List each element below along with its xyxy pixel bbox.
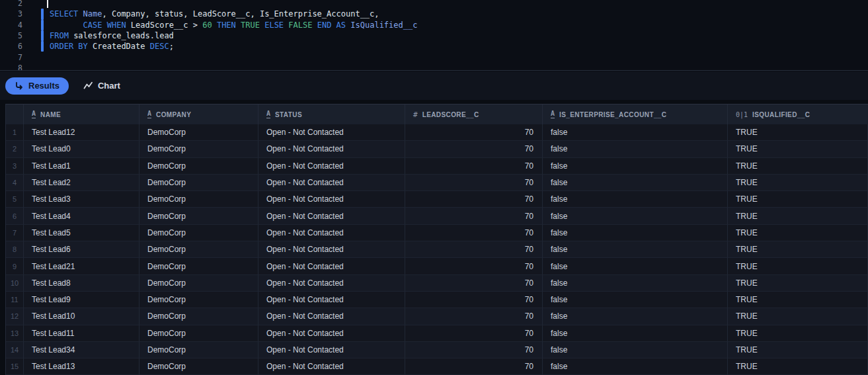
row-number-cell[interactable]: 1: [6, 124, 24, 141]
table-cell[interactable]: 70: [405, 241, 543, 258]
editor-line[interactable]: 3SELECT Name, Company, status, LeadScore…: [0, 9, 868, 19]
table-cell[interactable]: Open - Not Contacted: [258, 358, 405, 375]
table-cell[interactable]: DemoCorp: [139, 275, 258, 292]
table-cell[interactable]: Test Lead11: [24, 325, 139, 342]
table-cell[interactable]: Open - Not Contacted: [258, 141, 405, 157]
table-cell[interactable]: Open - Not Contacted: [258, 275, 405, 292]
column-header-company[interactable]: ACOMPANY: [139, 104, 258, 124]
row-number-cell[interactable]: 14: [6, 342, 24, 358]
table-cell[interactable]: Open - Not Contacted: [258, 258, 405, 274]
table-cell[interactable]: DemoCorp: [139, 141, 258, 157]
row-number-cell[interactable]: 5: [6, 191, 24, 208]
table-cell[interactable]: TRUE: [728, 158, 868, 175]
table-cell[interactable]: TRUE: [728, 292, 868, 308]
table-cell[interactable]: false: [543, 275, 728, 292]
table-cell[interactable]: Open - Not Contacted: [258, 175, 405, 191]
row-number-cell[interactable]: 11: [6, 292, 24, 308]
editor-line[interactable]: 6ORDER BY CreatedDate DESC;: [0, 41, 868, 52]
table-cell[interactable]: Test Lead13: [24, 358, 139, 375]
tab-chart[interactable]: Chart: [83, 81, 120, 91]
row-number-cell[interactable]: 10: [6, 275, 24, 292]
table-cell[interactable]: Test Lead1: [24, 158, 139, 175]
table-cell[interactable]: 70: [405, 208, 543, 224]
table-cell[interactable]: Test Lead5: [24, 225, 139, 241]
editor-line[interactable]: 8: [0, 63, 868, 71]
table-cell[interactable]: false: [543, 358, 728, 375]
column-header-name[interactable]: ANAME: [24, 104, 139, 124]
table-cell[interactable]: false: [543, 225, 728, 241]
table-cell[interactable]: Test Lead2: [24, 175, 139, 191]
table-cell[interactable]: DemoCorp: [139, 225, 258, 241]
table-cell[interactable]: 70: [405, 191, 543, 208]
table-cell[interactable]: Test Lead6: [24, 241, 139, 258]
table-cell[interactable]: TRUE: [728, 175, 868, 191]
row-number-cell[interactable]: 3: [6, 158, 24, 175]
table-cell[interactable]: Open - Not Contacted: [258, 325, 405, 342]
row-number-cell[interactable]: 12: [6, 308, 24, 325]
table-cell[interactable]: Test Lead10: [24, 308, 139, 325]
table-cell[interactable]: DemoCorp: [139, 208, 258, 224]
table-cell[interactable]: TRUE: [728, 258, 868, 274]
table-cell[interactable]: DemoCorp: [139, 342, 258, 358]
table-cell[interactable]: TRUE: [728, 275, 868, 292]
table-cell[interactable]: TRUE: [728, 325, 868, 342]
editor-line[interactable]: 4 CASE WHEN LeadScore__c > 60 THEN TRUE …: [0, 20, 868, 30]
table-cell[interactable]: Open - Not Contacted: [258, 191, 405, 208]
table-cell[interactable]: 70: [405, 292, 543, 308]
table-cell[interactable]: 70: [405, 225, 543, 241]
row-number-cell[interactable]: 7: [6, 225, 24, 241]
table-cell[interactable]: Test Lead8: [24, 275, 139, 292]
table-cell[interactable]: TRUE: [728, 124, 868, 141]
table-cell[interactable]: DemoCorp: [139, 191, 258, 208]
table-cell[interactable]: TRUE: [728, 342, 868, 358]
table-cell[interactable]: false: [543, 292, 728, 308]
table-cell[interactable]: 70: [405, 141, 543, 157]
row-number-cell[interactable]: 8: [6, 241, 24, 258]
row-number-cell[interactable]: 2: [6, 141, 24, 157]
column-header-leadscore__c[interactable]: #LEADSCORE__C: [405, 104, 543, 124]
table-cell[interactable]: TRUE: [728, 225, 868, 241]
table-cell[interactable]: TRUE: [728, 191, 868, 208]
table-cell[interactable]: false: [543, 191, 728, 208]
table-cell[interactable]: Open - Not Contacted: [258, 124, 405, 141]
row-number-cell[interactable]: 9: [6, 258, 24, 274]
table-cell[interactable]: 70: [405, 175, 543, 191]
table-cell[interactable]: Open - Not Contacted: [258, 241, 405, 258]
table-cell[interactable]: DemoCorp: [139, 258, 258, 274]
table-cell[interactable]: Test Lead4: [24, 208, 139, 224]
table-cell[interactable]: TRUE: [728, 358, 868, 375]
table-cell[interactable]: false: [543, 208, 728, 224]
editor-line[interactable]: 5FROM salesforce_leads.lead: [0, 30, 868, 41]
table-cell[interactable]: 70: [405, 158, 543, 175]
row-number-cell[interactable]: 4: [6, 175, 24, 191]
table-cell[interactable]: false: [543, 258, 728, 274]
table-cell[interactable]: 70: [405, 342, 543, 358]
table-cell[interactable]: Test Lead3: [24, 191, 139, 208]
table-cell[interactable]: DemoCorp: [139, 175, 258, 191]
table-cell[interactable]: false: [543, 241, 728, 258]
table-cell[interactable]: false: [543, 141, 728, 157]
editor-line[interactable]: 2: [0, 0, 868, 9]
row-number-cell[interactable]: 13: [6, 325, 24, 342]
table-cell[interactable]: 70: [405, 325, 543, 342]
table-cell[interactable]: Test Lead21: [24, 258, 139, 274]
table-cell[interactable]: Test Lead12: [24, 124, 139, 141]
table-cell[interactable]: false: [543, 308, 728, 325]
row-number-cell[interactable]: 15: [6, 358, 24, 375]
table-cell[interactable]: 70: [405, 275, 543, 292]
table-cell[interactable]: false: [543, 325, 728, 342]
table-cell[interactable]: TRUE: [728, 308, 868, 325]
table-cell[interactable]: DemoCorp: [139, 241, 258, 258]
table-cell[interactable]: DemoCorp: [139, 325, 258, 342]
table-cell[interactable]: DemoCorp: [139, 358, 258, 375]
table-cell[interactable]: Test Lead34: [24, 342, 139, 358]
table-cell[interactable]: Open - Not Contacted: [258, 308, 405, 325]
row-number-cell[interactable]: 6: [6, 208, 24, 224]
table-cell[interactable]: false: [543, 158, 728, 175]
table-cell[interactable]: TRUE: [728, 241, 868, 258]
table-cell[interactable]: 70: [405, 308, 543, 325]
table-cell[interactable]: 70: [405, 124, 543, 141]
table-cell[interactable]: Open - Not Contacted: [258, 208, 405, 224]
column-header-status[interactable]: ASTATUS: [258, 104, 405, 124]
table-cell[interactable]: 70: [405, 358, 543, 375]
